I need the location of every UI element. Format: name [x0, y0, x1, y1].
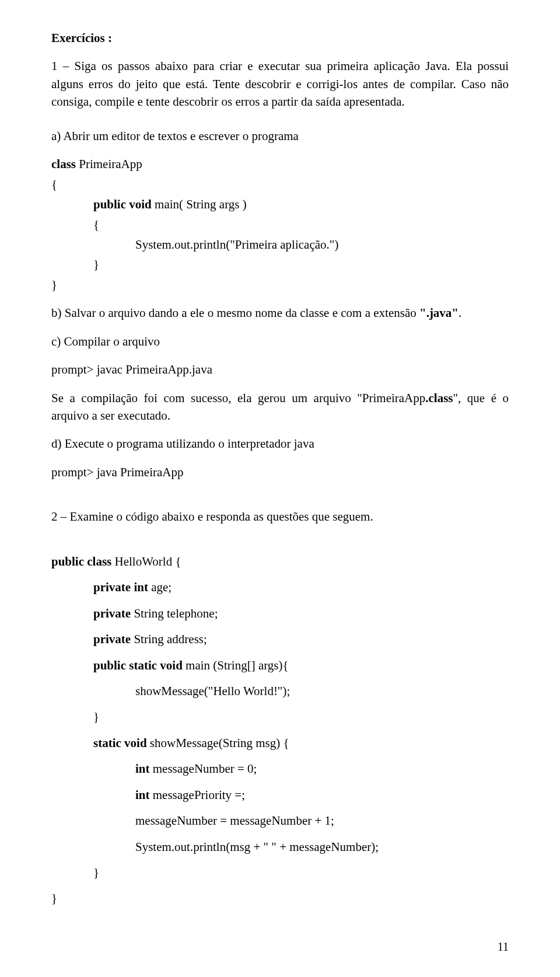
compile-command: prompt> javac PrimeiraApp.java — [51, 361, 509, 378]
code-line: private String address; — [51, 630, 509, 648]
section-title: Exercícios : — [51, 29, 509, 47]
code-line: System.out.println("Primeira aplicação."… — [51, 236, 509, 253]
code-text: String telephone; — [134, 606, 218, 620]
run-command: prompt> java PrimeiraApp — [51, 463, 509, 481]
exercise-2-text: 2 – Examine o código abaixo e responda a… — [51, 508, 509, 525]
code-text: HelloWorld { — [115, 554, 181, 568]
code-text: main (String[] args){ — [186, 658, 289, 672]
extension-class: .class — [425, 391, 453, 405]
keyword: private — [93, 632, 134, 646]
keyword: static void — [93, 736, 150, 750]
code-line: } — [51, 708, 509, 725]
code-text: showMessage(String msg) { — [150, 736, 289, 750]
code-text: String address; — [134, 632, 206, 646]
code-line: { — [51, 216, 509, 233]
code-line: private int age; — [51, 578, 509, 596]
code-line: private String telephone; — [51, 605, 509, 622]
code-line: int messagePriority =; — [51, 786, 509, 804]
code-line: int messageNumber = 0; — [51, 760, 509, 777]
keyword-class: class — [51, 157, 79, 171]
exercise-1-text: 1 – Siga os passos abaixo para criar e e… — [51, 57, 509, 110]
keyword: int — [135, 788, 153, 802]
step-d: d) Execute o programa utilizando o inter… — [51, 435, 509, 452]
text: b) Salvar o arquivo dando a ele o mesmo … — [51, 306, 419, 320]
extension-java: ".java" — [419, 306, 459, 320]
code-line: public class HelloWorld { — [51, 553, 509, 570]
step-b: b) Salvar o arquivo dando a ele o mesmo … — [51, 304, 509, 322]
code-line: messageNumber = messageNumber + 1; — [51, 812, 509, 829]
keyword: int — [135, 762, 153, 776]
code-text: messageNumber = 0; — [153, 762, 257, 776]
keyword: public class — [51, 554, 115, 568]
code-line: public static void main (String[] args){ — [51, 657, 509, 674]
text: Se a compilação foi com sucesso, ela ger… — [51, 391, 425, 405]
step-c-result: Se a compilação foi com sucesso, ela ger… — [51, 389, 509, 425]
code-line: class PrimeiraApp — [51, 155, 509, 173]
keyword: public static void — [93, 658, 186, 672]
code-line: } — [51, 889, 509, 907]
code-line: public void main( String args ) — [51, 196, 509, 213]
code-line: static void showMessage(String msg) { — [51, 734, 509, 752]
code-line: { — [51, 176, 509, 193]
code-line: } — [51, 864, 509, 881]
code-text: main( String args ) — [155, 197, 247, 211]
keyword: private int — [93, 580, 151, 594]
keyword-public-void: public void — [93, 197, 155, 211]
code-text: age; — [151, 580, 172, 594]
code-text: messagePriority =; — [153, 788, 245, 802]
text: . — [459, 306, 461, 320]
keyword: private — [93, 606, 134, 620]
code-text: PrimeiraApp — [79, 157, 142, 171]
page-number: 11 — [498, 940, 509, 954]
code-line: System.out.println(msg + " " + messageNu… — [51, 838, 509, 856]
code-line: } — [51, 256, 509, 273]
step-c: c) Compilar o arquivo — [51, 333, 509, 350]
step-a: a) Abrir um editor de textos e escrever … — [51, 127, 509, 145]
code-line: showMessage("Hello World!"); — [51, 682, 509, 700]
page-content: Exercícios : 1 – Siga os passos abaixo p… — [0, 0, 560, 933]
code-line: } — [51, 276, 509, 294]
